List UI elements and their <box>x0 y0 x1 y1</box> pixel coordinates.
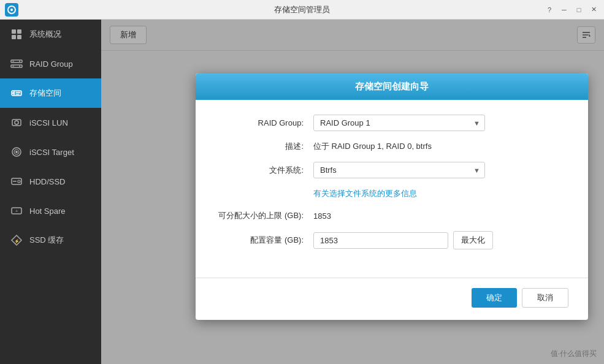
titlebar-title: 存储空间管理员 <box>274 4 330 15</box>
description-value: 位于 RAID Group 1, RAID 0, btrfs <box>313 142 432 151</box>
maximize-button[interactable]: □ <box>573 4 584 15</box>
svg-point-11 <box>19 61 20 62</box>
svg-text:⚡: ⚡ <box>14 238 20 244</box>
sidebar-item-raidgroup[interactable]: RAID Group <box>0 49 101 78</box>
titlebar: 存储空间管理员 ? ─ □ ✕ <box>0 0 604 20</box>
raidgroup-control: RAID Group 1 ▼ <box>313 115 568 131</box>
label-configsize: 配置容量 (GB): <box>215 235 313 246</box>
label-filesystem: 文件系统: <box>215 165 313 176</box>
app-logo <box>5 3 18 17</box>
sidebar-item-hddssd[interactable]: HDD/SSD <box>0 167 101 196</box>
form-row-filesystem: 文件系统: Btrfs ext4 ▼ <box>215 162 568 178</box>
label-description: 描述: <box>215 141 313 152</box>
svg-rect-10 <box>12 66 14 67</box>
dialog-title: 存储空间创建向导 <box>355 81 429 91</box>
svg-rect-4 <box>17 29 21 34</box>
iscsi-lun-icon <box>10 116 23 129</box>
maxsize-value: 1853 <box>313 211 331 221</box>
svg-point-21 <box>15 151 18 153</box>
sidebar-item-iscsilun[interactable]: iSCSI LUN <box>0 108 101 137</box>
form-row-description: 描述: 位于 RAID Group 1, RAID 0, btrfs <box>215 141 568 152</box>
form-row-configsize: 配置容量 (GB): 最大化 <box>215 231 568 249</box>
hdd-icon <box>10 175 23 188</box>
form-row-maxsize: 可分配大小的上限 (GB): 1853 <box>215 210 568 221</box>
sidebar-item-hotspare[interactable]: + Hot Spare <box>0 196 101 226</box>
filesystem-select-wrap: Btrfs ext4 ▼ <box>313 162 485 178</box>
dialog-body: RAID Group: RAID Group 1 ▼ 描述: 位 <box>196 100 588 271</box>
maxsize-control: 1853 <box>313 211 568 221</box>
svg-rect-9 <box>12 61 14 62</box>
close-button[interactable]: ✕ <box>588 4 599 15</box>
filesystem-info-link[interactable]: 有关选择文件系统的更多信息 <box>313 188 417 199</box>
sidebar-item-storage[interactable]: 存储空间 <box>0 78 101 108</box>
raidgroup-select-wrap: RAID Group 1 ▼ <box>313 115 485 131</box>
raidgroup-select[interactable]: RAID Group 1 <box>313 115 485 131</box>
hotspare-icon: + <box>10 204 23 218</box>
svg-point-23 <box>18 180 20 183</box>
sidebar-item-iscsitarget[interactable]: iSCSI Target <box>0 137 101 167</box>
iscsi-target-icon <box>10 145 23 159</box>
sidebar-label-iscsitarget: iSCSI Target <box>29 148 74 157</box>
create-wizard-dialog: 存储空间创建向导 RAID Group: RAID Group 1 ▼ <box>196 74 588 320</box>
configsize-control: 最大化 <box>313 231 568 249</box>
grid-icon <box>10 28 23 41</box>
svg-rect-16 <box>16 94 19 95</box>
configsize-input[interactable] <box>313 232 448 249</box>
filesystem-select[interactable]: Btrfs ext4 <box>313 162 485 178</box>
svg-point-18 <box>15 121 18 124</box>
svg-rect-15 <box>16 92 20 93</box>
filesystem-control: Btrfs ext4 ▼ <box>313 162 568 178</box>
form-row-raidgroup: RAID Group: RAID Group 1 ▼ <box>215 115 568 131</box>
sidebar: 系统概况 RAID Group <box>0 20 101 364</box>
svg-rect-6 <box>17 35 21 39</box>
titlebar-controls: ? ─ □ ✕ <box>544 4 599 15</box>
label-maxsize: 可分配大小的上限 (GB): <box>215 210 313 221</box>
confirm-button[interactable]: 确定 <box>472 288 517 308</box>
svg-rect-3 <box>12 29 16 34</box>
sidebar-item-ssdcache[interactable]: ⚡ SSD 缓存 <box>0 226 101 255</box>
dialog-separator <box>196 278 588 278</box>
ssd-icon: ⚡ <box>10 233 23 247</box>
svg-point-2 <box>10 9 13 11</box>
svg-rect-24 <box>13 181 17 182</box>
maximize-size-button[interactable]: 最大化 <box>453 231 493 249</box>
storage-icon <box>10 86 23 100</box>
dialog-header: 存储空间创建向导 <box>196 74 588 100</box>
description-control: 位于 RAID Group 1, RAID 0, btrfs <box>313 141 568 152</box>
cancel-button[interactable]: 取消 <box>522 288 568 308</box>
sidebar-label-storage: 存储空间 <box>29 88 61 99</box>
app-container: 系统概况 RAID Group <box>0 20 604 364</box>
sidebar-label-hotspare: Hot Spare <box>29 207 66 216</box>
sidebar-item-sysoverview[interactable]: 系统概况 <box>0 20 101 49</box>
dialog-footer: 确定 取消 <box>196 288 588 320</box>
sidebar-label-ssdcache: SSD 缓存 <box>29 235 64 246</box>
label-raidgroup: RAID Group: <box>215 118 313 127</box>
sidebar-label-iscsilun: iSCSI LUN <box>29 118 68 127</box>
help-button[interactable]: ? <box>544 4 555 15</box>
svg-rect-5 <box>12 35 16 39</box>
form-row-infolink: 有关选择文件系统的更多信息 <box>313 188 568 199</box>
sidebar-label-raidgroup: RAID Group <box>29 59 73 69</box>
svg-point-12 <box>19 66 20 67</box>
raid-icon <box>10 57 23 70</box>
svg-text:+: + <box>15 208 18 214</box>
sidebar-label-sysoverview: 系统概况 <box>29 29 61 40</box>
content-area: 新增 存储空间创建向导 <box>101 20 604 364</box>
minimize-button[interactable]: ─ <box>559 4 570 15</box>
sidebar-label-hddssd: HDD/SSD <box>29 177 66 186</box>
